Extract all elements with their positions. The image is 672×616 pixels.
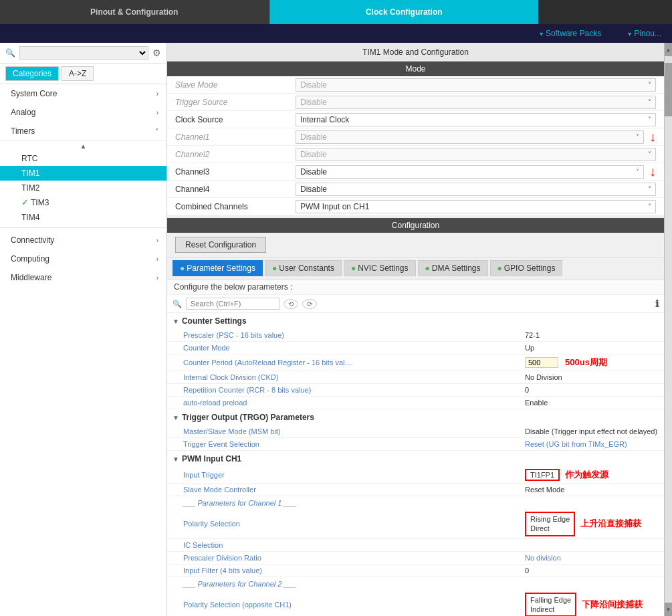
collapse-icon: ▼: [173, 318, 179, 325]
param-search-bar: 🔍 ⟲ ⟳ ℹ: [167, 295, 664, 313]
sidebar-sub-item-rtc[interactable]: RTC: [0, 151, 166, 166]
sidebar-search-select[interactable]: [19, 46, 148, 60]
sidebar-item-middleware[interactable]: Middleware ›: [0, 268, 166, 287]
sidebar-divider: [0, 227, 166, 228]
tab-categories[interactable]: Categories: [5, 66, 59, 81]
software-packs-menu[interactable]: ▾ Software Packs: [540, 29, 601, 38]
sidebar-sub-item-tim2[interactable]: TIM2: [0, 181, 166, 195]
param-row-trigger-event: Trigger Event Selection Reset (UG bit fr…: [167, 438, 664, 451]
tab-dma-settings[interactable]: ● DMA Settings: [418, 260, 488, 276]
check-icon: ✓: [21, 198, 28, 207]
pinout-menu[interactable]: ▾ Pinou...: [628, 29, 661, 38]
check-circle-icon: ●: [180, 264, 185, 273]
form-row-channel1: Channel1 Disable ˅ ↓: [167, 128, 664, 146]
config-section-header: Configuration: [167, 218, 664, 233]
tab-nvic-settings[interactable]: ● NVIC Settings: [344, 260, 416, 276]
param-row-polarity-ch1: Polarity Selection Rising EdgeDirect 上升沿…: [167, 510, 664, 539]
channel3-select[interactable]: Disable ˅: [296, 165, 644, 179]
param-row-slave-mode-ctrl: Slave Mode Controller Reset Mode: [167, 484, 664, 496]
param-nav-next-button[interactable]: ⟳: [302, 299, 317, 309]
param-row-rcr: Repetition Counter (RCR - 8 bits value) …: [167, 384, 664, 397]
pwm-input-ch1-group-header[interactable]: ▼ PWM Input CH1: [167, 451, 664, 467]
param-info-bar: Configure the below parameters :: [167, 280, 664, 295]
collapse-icon: ▼: [173, 414, 179, 421]
content-area: TIM1 Mode and Configuration Mode Slave M…: [167, 43, 664, 616]
check-circle-icon: ●: [497, 264, 502, 273]
right-scrollbar[interactable]: ▲ ▼: [664, 43, 672, 616]
tab-parameter-settings[interactable]: ● Parameter Settings: [173, 260, 263, 276]
sidebar-item-computing[interactable]: Computing ›: [0, 249, 166, 268]
pinout-config-tab[interactable]: Pinout & Configuration: [0, 0, 270, 24]
counter-period-input[interactable]: [525, 357, 558, 368]
search-icon: 🔍: [5, 48, 15, 58]
clock-source-select[interactable]: Internal Clock ˅: [296, 113, 656, 126]
param-row-msm: Master/Slave Mode (MSM bit) Disable (Tri…: [167, 425, 664, 438]
sidebar: 🔍 ⚙ Categories A->Z System Core › Analog…: [0, 43, 167, 616]
tab-user-constants[interactable]: ● User Constants: [265, 260, 342, 276]
param-row-ic-selection-ch1: IC Selection: [167, 539, 664, 552]
check-circle-icon: ●: [425, 264, 430, 273]
param-row-autoreload: auto-reload preload Enable: [167, 397, 664, 409]
form-row-slave-mode: Slave Mode Disable ˅: [167, 76, 664, 94]
chevron-right-icon: ›: [156, 237, 158, 244]
tab-gpio-settings[interactable]: ● GPIO Settings: [490, 260, 563, 276]
chevron-right-icon: ›: [156, 109, 158, 116]
slave-mode-select[interactable]: Disable ˅: [296, 78, 656, 92]
annotation-500us: 500us周期: [565, 356, 607, 369]
chevron-right-icon: ›: [156, 274, 158, 282]
param-row-polarity-ch2: Polarity Selection (opposite CH1) Fallin…: [167, 591, 664, 616]
gear-icon[interactable]: ⚙: [152, 47, 161, 58]
param-row-counter-period: Counter Period (AutoReload Register - 16…: [167, 354, 664, 371]
tab-atoz[interactable]: A->Z: [62, 66, 94, 81]
chevron-right-icon: ›: [156, 255, 158, 263]
arrow-down-indicator-1: ↓: [649, 129, 656, 144]
param-separator-ch2: ___ Parameters for Channel 2 ___: [167, 577, 664, 591]
reset-config-button[interactable]: Reset Configuration: [175, 237, 266, 253]
mode-section-header: Mode: [167, 62, 664, 76]
sidebar-sub-item-tim3[interactable]: ✓ TIM3: [0, 195, 166, 210]
content-title: TIM1 Mode and Configuration: [167, 43, 664, 62]
search-small-icon: 🔍: [173, 300, 182, 308]
clock-config-tab[interactable]: Clock Configuration: [270, 0, 539, 24]
form-row-channel4: Channel4 Disable ˅: [167, 181, 664, 198]
annotation-falling: 下降沿间接捕获: [582, 599, 643, 611]
param-nav-prev-button[interactable]: ⟲: [284, 299, 298, 309]
param-search-input[interactable]: [186, 298, 279, 310]
sidebar-item-connectivity[interactable]: Connectivity ›: [0, 231, 166, 249]
arrow-down-indicator-2: ↓: [649, 164, 656, 179]
scrollbar-track[interactable]: [665, 56, 672, 603]
param-row-counter-mode: Counter Mode Up: [167, 342, 664, 354]
sidebar-item-system-core[interactable]: System Core ›: [0, 84, 166, 103]
param-row-prescaler: Prescaler (PSC - 16 bits value) 72-1: [167, 329, 664, 342]
sidebar-sub-item-tim4[interactable]: TIM4: [0, 210, 166, 225]
info-icon[interactable]: ℹ: [655, 298, 659, 309]
scrollbar-thumb[interactable]: [665, 63, 672, 116]
check-circle-icon: ●: [272, 264, 277, 273]
scrollbar-up-button[interactable]: ▲: [665, 43, 672, 56]
channel2-select[interactable]: Disable ˅: [296, 148, 656, 161]
combined-channels-select[interactable]: PWM Input on CH1 ˅: [296, 200, 656, 213]
reset-btn-area: Reset Configuration: [167, 233, 664, 258]
channel1-select[interactable]: Disable ˅: [296, 130, 644, 144]
scrollbar-down-button[interactable]: ▼: [665, 603, 672, 616]
sidebar-item-timers[interactable]: Timers ˅: [0, 122, 166, 141]
trgo-group-header[interactable]: ▼ Trigger Output (TRGO) Parameters: [167, 409, 664, 425]
form-row-channel2: Channel2 Disable ˅: [167, 146, 664, 163]
form-row-channel3: Channel3 Disable ˅ ↓: [167, 163, 664, 181]
channel4-select[interactable]: Disable ˅: [296, 183, 656, 196]
chevron-right-icon: ›: [156, 90, 158, 98]
sidebar-sub-item-tim1[interactable]: TIM1: [0, 166, 166, 181]
check-circle-icon: ●: [351, 264, 356, 273]
sidebar-tabs: Categories A->Z: [0, 64, 166, 84]
param-separator-ch1: ___ Parameters for Channel 1 ___: [167, 496, 664, 510]
annotation-trigger: 作为触发源: [565, 469, 608, 481]
param-row-input-filter: Input Filter (4 bits value) 0: [167, 564, 664, 577]
trigger-source-select[interactable]: Disable ˅: [296, 96, 656, 109]
form-row-clock-source: Clock Source Internal Clock ˅: [167, 111, 664, 128]
sidebar-item-analog[interactable]: Analog ›: [0, 103, 166, 122]
counter-settings-group-header[interactable]: ▼ Counter Settings: [167, 313, 664, 329]
param-tree: ▼ Counter Settings Prescaler (PSC - 16 b…: [167, 313, 664, 616]
chevron-down-icon: ˅: [155, 128, 158, 135]
form-row-combined-channels: Combined Channels PWM Input on CH1 ˅: [167, 198, 664, 215]
param-row-ckd: Internal Clock Division (CKD) No Divisio…: [167, 371, 664, 384]
